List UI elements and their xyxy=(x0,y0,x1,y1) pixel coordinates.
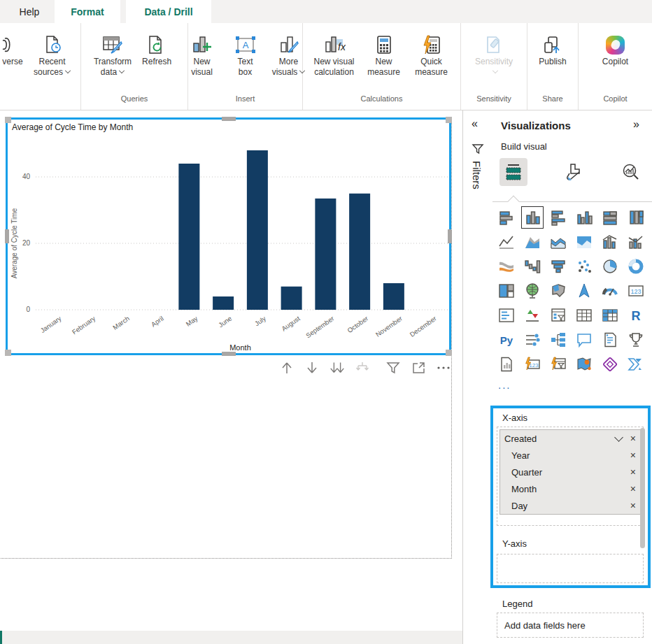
y-axis-well[interactable]: Average of Cycle Time × xyxy=(497,554,644,583)
sensitivity-button[interactable]: Sensitivity xyxy=(472,33,516,78)
bar-chart-visual[interactable]: Average of Cycle Time by Month02040Avera… xyxy=(6,117,451,355)
resize-handle-left[interactable] xyxy=(5,229,9,243)
visual-type-stacked-area-chart[interactable] xyxy=(549,233,567,251)
field-row-month[interactable]: Month× xyxy=(500,480,640,497)
visual-type-waterfall-chart[interactable] xyxy=(523,257,541,276)
remove-field-icon[interactable]: × xyxy=(629,500,636,511)
visual-type-kpi[interactable] xyxy=(523,306,541,324)
visual-type-pie-chart[interactable] xyxy=(601,257,619,276)
visual-type-filled-map[interactable] xyxy=(549,282,567,300)
visual-type-line-chart[interactable] xyxy=(497,233,516,251)
expand-filters-icon[interactable]: « xyxy=(472,117,478,130)
bar-may[interactable] xyxy=(178,164,199,310)
tab-build-visual[interactable] xyxy=(499,158,527,186)
more-options-icon[interactable] xyxy=(435,359,452,376)
visual-type-multi-row-card[interactable] xyxy=(497,306,516,324)
legend-well[interactable]: Add data fields here xyxy=(497,613,644,638)
bar-july[interactable] xyxy=(247,150,268,310)
new-visual-button[interactable]: New visual xyxy=(181,33,223,78)
resize-handle-bottom-right[interactable] xyxy=(446,350,452,356)
text-box-button[interactable]: A Text box xyxy=(225,33,267,78)
visual-type-line-and-stacked-column-chart[interactable] xyxy=(601,233,619,251)
quick-measure-button[interactable]: Quick measure xyxy=(411,33,453,78)
resize-handle-top-right[interactable] xyxy=(446,117,452,123)
filters-icon[interactable] xyxy=(385,359,402,376)
visual-type-ribbon-chart[interactable] xyxy=(497,257,516,276)
transform-data-button[interactable]: Transform data xyxy=(91,33,134,78)
remove-field-icon[interactable]: × xyxy=(629,466,636,478)
visual-type-azure-map[interactable] xyxy=(575,355,593,373)
resize-handle-top[interactable] xyxy=(222,117,236,121)
drill-down-icon[interactable] xyxy=(304,359,320,376)
field-row-day[interactable]: Day× xyxy=(500,497,640,514)
copilot-button[interactable]: Copilot xyxy=(595,33,637,67)
visual-type-area-chart[interactable] xyxy=(523,233,541,251)
visual-type-arcgis-map[interactable] xyxy=(575,282,593,300)
filters-pane-collapsed[interactable]: « Filters xyxy=(463,110,492,644)
visual-type-decomposition-tree[interactable] xyxy=(549,331,567,349)
resize-handle-bottom[interactable] xyxy=(222,352,236,356)
visual-type-metrics[interactable] xyxy=(627,331,645,349)
visual-type-scatter-chart[interactable] xyxy=(575,257,593,276)
tab-help[interactable]: Help xyxy=(10,0,49,23)
visual-type-100-stacked-bar-chart[interactable] xyxy=(601,208,619,227)
remove-field-icon[interactable]: × xyxy=(629,433,636,444)
x-axis-well[interactable]: Created×Year×Quarter×Month×Day× xyxy=(497,427,644,526)
tab-format-visual[interactable] xyxy=(560,158,588,186)
remove-field-icon[interactable]: × xyxy=(629,483,636,494)
field-row-quarter[interactable]: Quarter× xyxy=(500,464,640,480)
bar-august[interactable] xyxy=(281,287,302,310)
recent-sources-button[interactable]: Recent sources xyxy=(31,33,73,78)
bar-october[interactable] xyxy=(349,194,370,310)
focus-mode-icon[interactable] xyxy=(410,359,427,376)
visual-type-matrix[interactable] xyxy=(601,306,619,324)
bar-june[interactable] xyxy=(213,296,234,310)
visual-type-line-and-clustered-column-chart[interactable] xyxy=(627,233,645,251)
tab-data-drill[interactable]: Data / Drill xyxy=(126,0,211,23)
tab-analytics[interactable] xyxy=(617,158,645,186)
dataverse-button[interactable]: verse xyxy=(0,33,29,67)
visual-type-paginated-report[interactable] xyxy=(497,355,516,373)
resize-handle-top-left[interactable] xyxy=(5,117,11,123)
bar-november[interactable] xyxy=(383,283,404,310)
new-visual-calculation-button[interactable]: fx New visual calculation xyxy=(311,33,357,78)
publish-button[interactable]: Publish xyxy=(532,33,574,67)
visual-type-python-visual[interactable]: Py xyxy=(497,331,516,349)
field-row-year[interactable]: Year× xyxy=(500,447,640,464)
visual-type-treemap[interactable] xyxy=(497,282,516,300)
visual-type-map[interactable] xyxy=(523,282,541,300)
new-measure-button[interactable]: New measure xyxy=(363,33,405,78)
visual-type-power-automate[interactable] xyxy=(627,355,645,373)
resize-handle-right[interactable] xyxy=(448,229,452,243)
report-canvas[interactable]: Average of Cycle Time by Month02040Avera… xyxy=(0,110,462,644)
visual-type-power-apps[interactable] xyxy=(601,355,619,373)
visual-type-smart-narrative[interactable] xyxy=(601,331,619,349)
visual-type-funnel-chart[interactable] xyxy=(549,257,567,276)
expand-all-down-icon[interactable] xyxy=(354,359,371,376)
visual-type-slicer[interactable] xyxy=(549,306,567,324)
remove-field-icon[interactable]: × xyxy=(629,450,636,461)
visual-type-slicer-new[interactable] xyxy=(549,355,567,373)
resize-handle-bottom-left[interactable] xyxy=(5,350,11,356)
get-more-visuals-button[interactable]: ... xyxy=(498,379,511,391)
drill-up-icon[interactable] xyxy=(278,359,295,376)
collapse-pane-icon[interactable]: » xyxy=(633,118,639,131)
visual-type-100-stacked-area-chart[interactable] xyxy=(575,233,593,251)
visual-type-card-new[interactable]: 123 xyxy=(523,355,541,373)
refresh-button[interactable]: Refresh xyxy=(136,33,178,67)
visual-type-card[interactable]: 123 xyxy=(627,282,645,300)
pane-scrollbar[interactable] xyxy=(640,428,645,548)
visual-type-key-influencers[interactable] xyxy=(523,331,541,349)
visual-type-r-script-visual[interactable]: R xyxy=(627,306,645,324)
tab-format[interactable]: Format xyxy=(55,0,120,23)
visual-type-table[interactable] xyxy=(575,306,593,324)
visual-type-q-and-a[interactable] xyxy=(575,331,593,349)
visual-type-100-stacked-column-chart[interactable] xyxy=(627,208,645,227)
visual-type-clustered-bar-chart[interactable] xyxy=(549,208,567,227)
bar-september[interactable] xyxy=(315,199,336,310)
visual-type-gauge[interactable] xyxy=(601,282,619,300)
visual-type-stacked-bar-chart[interactable] xyxy=(497,208,516,227)
field-row-created[interactable]: Created× xyxy=(500,430,640,447)
go-to-next-level-icon[interactable] xyxy=(329,359,346,376)
visual-type-stacked-column-chart[interactable] xyxy=(523,208,541,227)
